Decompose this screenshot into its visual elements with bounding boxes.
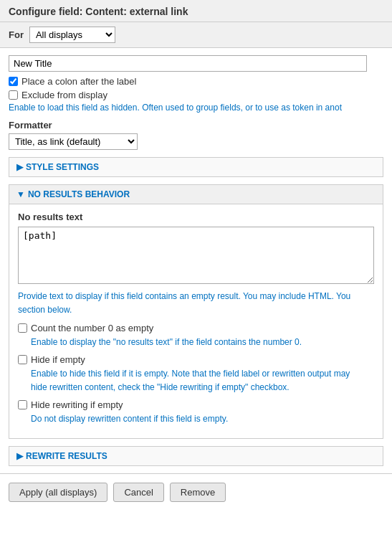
style-settings-section: ▶ STYLE SETTINGS [9,157,383,177]
no-results-header-label: NO RESULTS BEHAVIOR [28,189,130,199]
hide-empty-checkbox[interactable] [18,355,27,364]
for-row: For All displays Default Page Block [0,22,392,48]
formatter-select[interactable]: Title, as link (default) Title URL only [9,133,138,150]
hide-rewriting-help: Do not display rewritten content if this… [31,413,374,425]
remove-button[interactable]: Remove [170,483,226,502]
no-results-help: Provide text to display if this field co… [18,290,374,303]
no-results-text-label: No results text [18,212,374,222]
rewrite-arrow: ▶ [16,451,23,461]
rewrite-container: ▶ REWRITE RESULTS [0,446,392,466]
style-settings-arrow: ▶ [16,162,23,172]
no-results-section: ▼ NO RESULTS BEHAVIOR No results text [p… [9,184,383,439]
hide-empty-label: Hide if empty [31,354,85,365]
no-results-body: No results text [path] Provide text to d… [9,204,383,438]
style-settings-container: ▶ STYLE SETTINGS [0,157,392,177]
count-zero-row: Count the number 0 as empty [18,323,374,333]
style-settings-label: STYLE SETTINGS [26,162,99,172]
hide-rewriting-label: Hide rewriting if empty [31,399,123,410]
hide-empty-group: Hide if empty Enable to hide this field … [18,354,374,394]
rewrite-header[interactable]: ▶ REWRITE RESULTS [9,447,383,465]
for-label: For [9,29,24,40]
no-results-arrow: ▼ [16,189,25,199]
footer-buttons: Apply (all displays) Cancel Remove [0,473,392,511]
page-header: Configure field: Content: external link [0,0,392,22]
exclude-display-row: Exclude from display [9,90,383,100]
formatter-label: Formatter [9,120,383,131]
hide-rewriting-group: Hide rewriting if empty Do not display r… [18,399,374,425]
place-colon-row: Place a colon after the label [9,76,383,87]
no-results-help2: section below. [18,304,374,316]
hide-empty-help: Enable to hide this field if it is empty… [31,368,374,380]
title-input[interactable] [9,55,367,72]
hide-rewriting-checkbox[interactable] [18,400,27,409]
hide-empty-help2: hide rewritten content, check the "Hide … [31,382,374,394]
place-colon-checkbox[interactable] [9,77,18,86]
exclude-display-checkbox[interactable] [9,90,18,100]
count-zero-group: Count the number 0 as empty Enable to di… [18,323,374,349]
apply-button[interactable]: Apply (all displays) [9,483,107,502]
hide-empty-row: Hide if empty [18,354,374,365]
style-settings-header[interactable]: ▶ STYLE SETTINGS [9,158,383,176]
cancel-button[interactable]: Cancel [113,483,163,502]
no-results-container: ▼ NO RESULTS BEHAVIOR No results text [p… [0,184,392,439]
rewrite-label: REWRITE RESULTS [26,451,107,461]
no-results-textarea[interactable]: [path] [18,227,374,284]
exclude-display-label: Exclude from display [21,90,107,100]
page-wrapper: Configure field: Content: external link … [0,0,392,511]
rewrite-section: ▶ REWRITE RESULTS [9,446,383,466]
count-zero-label: Count the number 0 as empty [31,323,153,333]
count-zero-checkbox[interactable] [18,323,27,333]
page-title: Configure field: Content: external link [9,6,383,17]
hide-rewriting-row: Hide rewriting if empty [18,399,374,410]
place-colon-label: Place a colon after the label [21,76,136,87]
no-results-header[interactable]: ▼ NO RESULTS BEHAVIOR [9,185,383,204]
main-content: Place a colon after the label Exclude fr… [0,48,392,150]
for-select[interactable]: All displays Default Page Block [29,27,115,43]
exclude-display-help: Enable to load this field as hidden. Oft… [9,102,383,114]
count-zero-help: Enable to display the "no results text" … [31,336,374,349]
